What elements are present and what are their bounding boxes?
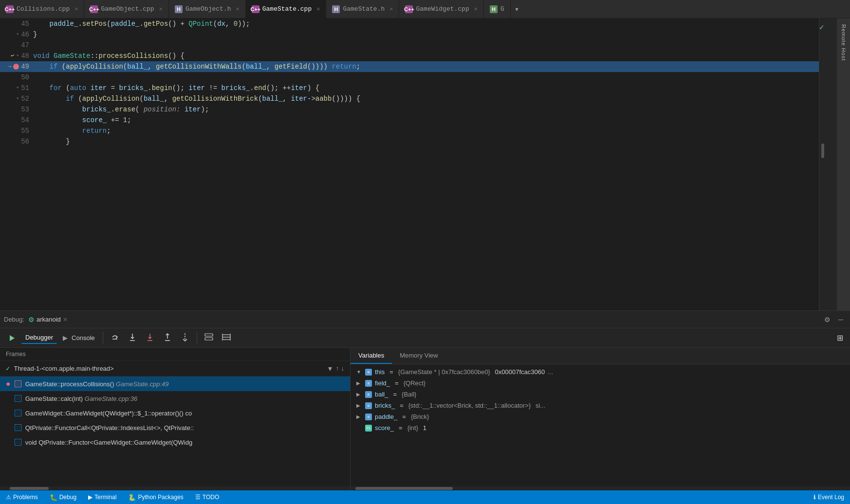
frame-no-bp-3: ●: [6, 409, 11, 417]
thread-down[interactable]: ↓: [341, 365, 344, 372]
tab-gamewidget-cpp-label: GameWidget.cpp: [416, 5, 469, 13]
editor-area: 45 paddle_.setPos(paddle_.getPos() + QPo…: [0, 18, 850, 310]
event-icon: ℹ: [813, 494, 816, 501]
h-icon-2: H: [332, 5, 340, 13]
tab-gameobject-h[interactable]: H GameObject.h ✕: [169, 0, 246, 18]
tab-gamestate-h-close[interactable]: ✕: [389, 5, 393, 13]
run-to-cursor-btn[interactable]: [177, 330, 193, 346]
tab-memory-view[interactable]: Memory View: [392, 348, 446, 364]
debug-settings-btn[interactable]: ⚙: [821, 315, 833, 324]
console-label: Console: [72, 334, 95, 342]
frame-no-bp-4: ●: [6, 423, 11, 432]
code-line-53: 53 bricks_.erase( position: iter);: [0, 104, 819, 115]
thread-dropdown[interactable]: ▾: [328, 364, 332, 373]
frame-item[interactable]: ● □ void QtPrivate::Functor<GameWidget::…: [0, 435, 350, 450]
python-icon: 🐍: [128, 494, 136, 501]
terminal-icon: ▶: [88, 494, 92, 501]
tab-gamestate-cpp-close[interactable]: ✕: [316, 5, 320, 13]
expand-this[interactable]: ▼: [356, 369, 362, 375]
tab-bar: C++ Collisions.cpp ✕ C++ GameObject.cpp …: [0, 0, 850, 18]
step-into-btn[interactable]: [125, 330, 140, 346]
code-line-49: → 49 if (applyCollision(ball_, getCollis…: [0, 61, 819, 72]
tab-gameobject-cpp-close[interactable]: ✕: [159, 5, 163, 13]
step-over-btn[interactable]: [107, 330, 123, 346]
tab-gamewidget-cpp-close[interactable]: ✕: [474, 5, 478, 13]
vars-scroll-thumb: [355, 487, 453, 490]
var-name-score: score_: [375, 424, 394, 432]
force-step-into-btn[interactable]: [142, 330, 158, 346]
tab-variables[interactable]: Variables: [351, 348, 392, 364]
frame-item[interactable]: ● □ GameState::calc(int) GameState.cpp:3…: [0, 391, 350, 406]
python-status[interactable]: 🐍 Python Packages: [126, 490, 185, 504]
frames-scrollbar[interactable]: [0, 486, 350, 490]
fold-48[interactable]: ▾: [16, 51, 19, 61]
code-line-56: 56 }: [0, 136, 819, 147]
event-label: Event Log: [818, 494, 844, 501]
debug-minimize-btn[interactable]: ─: [835, 315, 846, 324]
frames-view-btn[interactable]: [201, 330, 217, 346]
svg-marker-0: [10, 335, 15, 341]
console-icon: ▶: [63, 334, 68, 342]
todo-status[interactable]: ☰ TODO: [193, 490, 221, 504]
vars-view-btn[interactable]: [219, 330, 234, 346]
step-out-btn[interactable]: [160, 330, 175, 346]
tab-gamewidget-cpp[interactable]: C++ GameWidget.cpp ✕: [399, 0, 483, 18]
tab-overflow[interactable]: ▾: [511, 4, 523, 14]
frame-item[interactable]: ● □ QtPrivate::FunctorCall<QtPrivate::In…: [0, 420, 350, 435]
thread-check: ✓: [6, 364, 10, 373]
editor-scrollbar[interactable]: [819, 32, 826, 310]
debug-header: Debug: ⚙ arkanoid ✕ ⚙ ─: [0, 311, 850, 328]
code-editor: 45 paddle_.setPos(paddle_.getPos() + QPo…: [0, 18, 836, 310]
tab-gameobject-h-close[interactable]: ✕: [236, 5, 240, 13]
thread-name: Thread-1-<com.apple.main-thread>: [14, 365, 324, 372]
expand-bricks[interactable]: ▶: [356, 403, 362, 408]
layout-btn[interactable]: ⊞: [834, 331, 846, 344]
cpp-icon: C++: [6, 5, 14, 13]
expand-field[interactable]: ▶: [356, 380, 362, 386]
debug-status[interactable]: 🐛 Debug: [48, 490, 78, 504]
tab-collisions-close[interactable]: ✕: [74, 5, 78, 13]
debug-session-close[interactable]: ✕: [63, 316, 68, 323]
thread-up[interactable]: ↑: [336, 365, 339, 372]
tab-g[interactable]: H G: [484, 0, 511, 18]
console-tab[interactable]: ▶ Console: [59, 332, 99, 343]
var-name-bricks: bricks_: [375, 402, 395, 409]
var-icon-this: ≡: [365, 369, 372, 376]
var-this: ▼ ≡ this = {GameState * | 0x7fcac3060be0…: [351, 366, 850, 378]
tab-gameobject-cpp[interactable]: C++ GameObject.cpp ✕: [84, 0, 168, 18]
expand-paddle[interactable]: ▶: [356, 414, 362, 419]
tab-collisions[interactable]: C++ Collisions.cpp ✕: [0, 0, 84, 18]
var-eq-paddle: =: [402, 413, 406, 420]
var-eq-score: =: [399, 424, 403, 432]
code-content[interactable]: 45 paddle_.setPos(paddle_.getPos() + QPo…: [0, 18, 819, 310]
var-bricks: ▶ ≡ bricks_ = {std::__1::vector<Brick, s…: [351, 400, 850, 411]
var-name-paddle: paddle_: [375, 413, 397, 420]
var-icon-bricks: ≡: [365, 402, 372, 409]
fold-52[interactable]: ▾: [16, 93, 19, 104]
problems-status[interactable]: ⚠ Problems: [4, 490, 40, 504]
vars-scrollbar[interactable]: [351, 486, 850, 490]
python-label: Python Packages: [138, 494, 183, 501]
arrow-48: ↩: [11, 51, 14, 61]
cpp-icon-2: C++: [90, 5, 98, 13]
fold-46[interactable]: ▾: [16, 29, 19, 40]
fold-51[interactable]: ▾: [16, 83, 19, 93]
tab-gamestate-cpp[interactable]: C++ GameState.cpp ✕: [246, 0, 327, 18]
var-overflow-bricks: si...: [534, 402, 545, 409]
gutter-46: ▾ 46: [4, 29, 33, 40]
frame-item[interactable]: ● □ GameWidget::GameWidget(QWidget*)::$_…: [0, 406, 350, 420]
save-indicator: ✓: [819, 22, 836, 32]
variables-panel: Variables Memory View ▼ ≡ this = {GameSt…: [351, 348, 850, 490]
debug-status-label: Debug: [59, 494, 76, 501]
event-log-status[interactable]: ℹ Event Log: [812, 490, 846, 504]
resume-btn[interactable]: [4, 332, 19, 344]
var-type-bricks: {std::__1::vector<Brick, std::__1::alloc…: [408, 402, 531, 409]
debugger-tab[interactable]: Debugger: [21, 332, 57, 344]
expand-ball[interactable]: ▶: [356, 392, 362, 397]
frame-item[interactable]: ● □ GameState::processCollisions() GameS…: [0, 377, 350, 391]
terminal-status[interactable]: ▶ Terminal: [86, 490, 118, 504]
tab-gamestate-cpp-label: GameState.cpp: [262, 5, 312, 13]
tab-gamestate-h[interactable]: H GameState.h ✕: [326, 0, 399, 18]
frame-icon-2: □: [15, 395, 21, 402]
var-eq-ball: =: [393, 391, 397, 398]
